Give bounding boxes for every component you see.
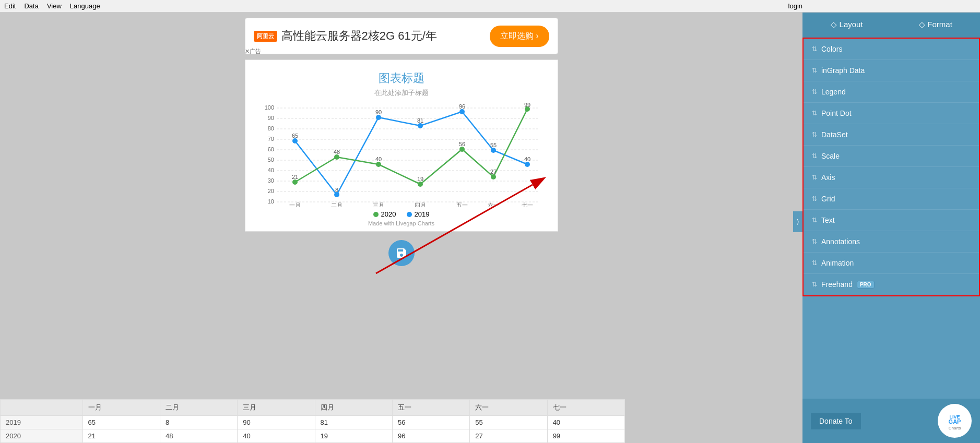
- livegap-logo: LIVE GAP Charts: [938, 404, 972, 438]
- panel-item-axis[interactable]: ⇅ Axis: [804, 167, 979, 188]
- svg-text:96: 96: [458, 103, 465, 110]
- menu-data[interactable]: Data: [24, 2, 38, 10]
- chart-title: 图表标题: [256, 70, 547, 86]
- cell-2019-jul: 40: [547, 416, 624, 429]
- panel-item-ingraphdata[interactable]: ⇅ inGraph Data: [804, 60, 979, 81]
- svg-point-42: [334, 154, 339, 160]
- menu-edit[interactable]: Edit: [4, 2, 16, 10]
- svg-point-43: [376, 162, 381, 167]
- svg-text:8: 8: [335, 187, 338, 193]
- svg-text:19: 19: [417, 176, 423, 182]
- panel-item-grid[interactable]: ⇅ Grid: [804, 188, 979, 210]
- sort-icon-freehand: ⇅: [812, 281, 817, 288]
- menu-view[interactable]: View: [47, 2, 62, 10]
- cell-2019-mar: 90: [238, 416, 315, 429]
- svg-text:40: 40: [267, 167, 274, 173]
- save-icon: [395, 247, 408, 259]
- svg-point-33: [525, 162, 530, 167]
- svg-text:60: 60: [267, 146, 274, 152]
- collapse-panel-button[interactable]: ⟩: [793, 211, 802, 232]
- table-header-may: 五一: [392, 400, 469, 416]
- svg-text:四月: 四月: [415, 202, 426, 207]
- svg-text:10: 10: [267, 198, 274, 205]
- canvas-area: 阿里云 高性能云服务器2核2G 61元/年 立即选购 › ✕广告 图表标题 在此…: [0, 13, 802, 443]
- svg-text:二月: 二月: [331, 202, 343, 207]
- panel-label-grid: Grid: [821, 195, 835, 203]
- chart-credit: Made with Livegap Charts: [256, 220, 547, 226]
- svg-text:GAP: GAP: [949, 418, 961, 425]
- panel-item-annotations[interactable]: ⇅ Annotations: [804, 231, 979, 253]
- ad-banner: 阿里云 高性能云服务器2核2G 61元/年 立即选购 ›: [245, 18, 558, 54]
- ad-logo: 阿里云 高性能云服务器2核2G 61元/年: [254, 28, 437, 44]
- data-table-section: 一月 二月 三月 四月 五一 六一 七一 2019 65 8 90: [0, 399, 625, 443]
- table-header-jun: 六一: [470, 400, 547, 416]
- legend-item-2020: 2020: [373, 210, 396, 218]
- svg-text:100: 100: [264, 104, 274, 111]
- svg-text:50: 50: [267, 157, 274, 163]
- table-header-jan: 一月: [82, 400, 160, 416]
- cell-2020-jul: 99: [547, 429, 624, 443]
- cell-2020-mar: 40: [238, 429, 315, 443]
- panel-item-legend[interactable]: ⇅ Legend: [804, 81, 979, 103]
- table-header-apr: 四月: [315, 400, 392, 416]
- sort-icon-pointdot: ⇅: [812, 110, 817, 117]
- donate-section: Donate To LIVE GAP Charts: [802, 399, 980, 443]
- colors-section-highlight: ⇅ Colors ⇅ inGraph Data ⇅ Legend ⇅ Point…: [802, 38, 980, 296]
- panel-item-freehand[interactable]: ⇅ Freehand PRO: [804, 274, 979, 295]
- cell-2020-may: 96: [392, 429, 469, 443]
- sort-icon-text: ⇅: [812, 217, 817, 224]
- panel-label-ingraphdata: inGraph Data: [821, 66, 865, 75]
- svg-point-46: [491, 174, 496, 179]
- panel-item-text[interactable]: ⇅ Text: [804, 210, 979, 231]
- svg-text:90: 90: [375, 109, 381, 115]
- ad-wrapper: 阿里云 高性能云服务器2核2G 61元/年 立即选购 › ✕广告: [245, 18, 558, 54]
- main-layout: 阿里云 高性能云服务器2核2G 61元/年 立即选购 › ✕广告 图表标题 在此…: [0, 13, 980, 443]
- svg-point-31: [459, 109, 465, 114]
- table-row: 2019 65 8 90 81 56 55 40: [1, 416, 625, 429]
- svg-text:30: 30: [267, 177, 274, 184]
- panel-label-legend: Legend: [821, 88, 846, 96]
- panel-item-dataset[interactable]: ⇅ DataSet: [804, 124, 979, 146]
- table-row: 2020 21 48 40 19 96 27 99: [1, 429, 625, 443]
- svg-text:21: 21: [291, 174, 298, 180]
- panel-item-pointdot[interactable]: ⇅ Point Dot: [804, 103, 979, 124]
- svg-point-27: [292, 138, 298, 143]
- legend-label-2020: 2020: [381, 210, 396, 218]
- donate-button[interactable]: Donate To: [811, 413, 861, 429]
- ad-close[interactable]: ✕广告: [245, 47, 261, 55]
- format-button[interactable]: ◇ Format: [891, 13, 980, 38]
- top-panel-buttons: ◇ Layout ◇ Format: [802, 13, 980, 38]
- panel-item-scale[interactable]: ⇅ Scale: [804, 146, 979, 167]
- cell-2020-apr: 19: [315, 429, 392, 443]
- svg-text:55: 55: [490, 142, 496, 148]
- svg-point-30: [418, 123, 423, 128]
- svg-text:48: 48: [333, 149, 339, 155]
- svg-text:56: 56: [458, 141, 465, 147]
- table-header-empty: [1, 400, 83, 416]
- save-button[interactable]: [388, 240, 415, 266]
- cell-2020-jan: 21: [82, 429, 160, 443]
- panel-label-colors: Colors: [821, 45, 842, 53]
- table-header-feb: 二月: [160, 400, 237, 416]
- sort-icon-scale: ⇅: [812, 152, 817, 160]
- menu-language[interactable]: Language: [70, 2, 100, 10]
- sort-icon-grid: ⇅: [812, 195, 817, 202]
- svg-text:80: 80: [267, 125, 274, 131]
- svg-text:七一: 七一: [522, 202, 533, 207]
- cell-2020-feb: 48: [160, 429, 237, 443]
- panel-label-scale: Scale: [821, 152, 840, 160]
- svg-text:三月: 三月: [373, 202, 384, 207]
- panel-item-colors[interactable]: ⇅ Colors: [804, 39, 979, 60]
- ad-cta-button[interactable]: 立即选购 ›: [490, 26, 549, 47]
- legend-label-2019: 2019: [415, 210, 430, 218]
- cell-2019-may: 56: [392, 416, 469, 429]
- panel-item-animation[interactable]: ⇅ Animation: [804, 253, 979, 274]
- svg-text:70: 70: [267, 136, 274, 142]
- chart-container: 图表标题 在此处添加子标题 100 90 80 70 60: [245, 59, 558, 232]
- sort-icon-axis: ⇅: [812, 174, 817, 181]
- login-button[interactable]: login: [788, 2, 802, 10]
- layout-button[interactable]: ◇ Layout: [802, 13, 891, 38]
- cell-2019-jun: 55: [470, 416, 547, 429]
- panel-label-pointdot: Point Dot: [821, 109, 852, 117]
- svg-text:Charts: Charts: [949, 426, 961, 430]
